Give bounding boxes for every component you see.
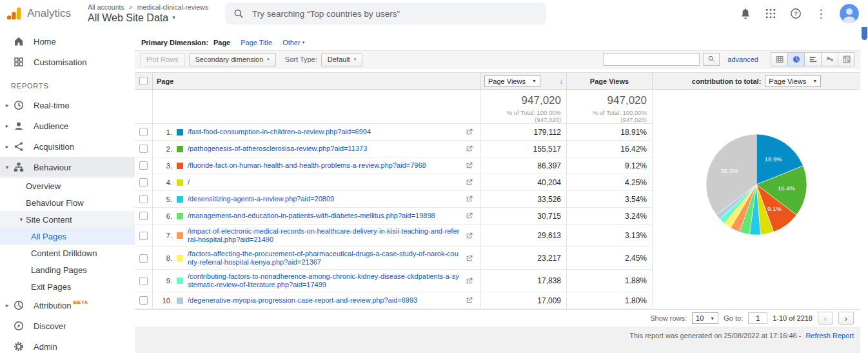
sidebar-item-site-content[interactable]: ▾Site Content: [0, 211, 135, 228]
row-checkbox[interactable]: [139, 145, 148, 153]
table-summary-row: 947,020 % of Total: 100.00% (947,020) 94…: [135, 90, 653, 124]
open-in-new-icon[interactable]: [465, 254, 473, 263]
page-link[interactable]: /pathogenesis-of-atherosclerosisa-review…: [188, 145, 460, 153]
sidebar-section-label: REPORTS: [0, 72, 135, 95]
row-checkbox[interactable]: [139, 277, 148, 285]
chevron-right-icon[interactable]: ▸: [3, 102, 12, 108]
chevron-down-icon[interactable]: ▾: [17, 216, 26, 223]
row-checkbox[interactable]: [139, 161, 148, 170]
breadcrumb-property[interactable]: medical-clinical-reviews: [137, 3, 208, 11]
open-in-new-icon[interactable]: [465, 178, 473, 187]
sidebar-item-admin[interactable]: Admin: [0, 336, 135, 353]
page-link[interactable]: /management-and-education-in-patients-wi…: [188, 212, 460, 220]
page-link[interactable]: /fast-food-consumption-in-children-a-rev…: [188, 128, 460, 136]
dimension-page-title[interactable]: Page Title: [241, 39, 272, 46]
row-checkbox[interactable]: [139, 212, 148, 220]
advanced-search-link[interactable]: advanced: [727, 55, 758, 63]
contribution-metric-select[interactable]: Page Views▼: [765, 76, 821, 87]
sidebar-item-landing-pages[interactable]: Landing Pages: [0, 261, 135, 278]
sidebar-item-content-drilldown[interactable]: Content Drilldown: [0, 245, 135, 261]
pivot-view-icon[interactable]: [838, 52, 855, 66]
chevron-right-icon[interactable]: ▸: [3, 143, 12, 150]
open-in-new-icon[interactable]: [465, 277, 473, 285]
page-link[interactable]: /impact-of-electronic-medical-records-on…: [188, 227, 460, 244]
page-column-header[interactable]: Page: [153, 73, 481, 89]
open-in-new-icon[interactable]: [465, 212, 473, 220]
chevron-right-icon[interactable]: ▸: [3, 123, 12, 129]
notifications-icon[interactable]: [739, 7, 752, 20]
sidebar-item-all-pages[interactable]: All Pages: [0, 228, 135, 245]
open-in-new-icon[interactable]: [465, 195, 473, 203]
refresh-report-link[interactable]: Refresh Report: [805, 332, 854, 339]
open-in-new-icon[interactable]: [465, 145, 473, 153]
prev-page-button[interactable]: ‹: [818, 312, 833, 325]
metric-column-select[interactable]: Page Views▼: [484, 76, 540, 87]
sidebar-item-exit-pages[interactable]: Exit Pages: [0, 278, 135, 295]
row-legend-swatch: [177, 298, 183, 304]
apps-grid-icon[interactable]: [764, 7, 777, 20]
open-in-new-icon[interactable]: [465, 128, 473, 136]
table-search-input[interactable]: [603, 53, 700, 66]
global-search[interactable]: [225, 3, 546, 25]
row-checkbox[interactable]: [139, 128, 148, 136]
sidebar-item-overview[interactable]: Overview: [0, 177, 135, 194]
sidebar-item-home[interactable]: Home: [0, 31, 135, 52]
page-link[interactable]: /desensitizing-agents-a-review.php?aid=2…: [188, 195, 460, 203]
goto-page-input[interactable]: [748, 312, 767, 324]
chevron-down-icon: ▾: [172, 15, 175, 21]
percentage-view-icon[interactable]: [787, 52, 805, 66]
select-all-checkbox[interactable]: [139, 77, 148, 85]
page-views-pct: 4.25%: [567, 174, 653, 190]
chevron-down-icon: ▾: [302, 40, 305, 45]
help-icon[interactable]: ?: [789, 7, 802, 20]
sort-descending-icon[interactable]: ↓: [559, 77, 563, 86]
open-in-new-icon[interactable]: [465, 161, 473, 170]
page-views-value: 40,204: [481, 174, 567, 190]
sidebar-item-acquisition[interactable]: ▸Acquisition: [0, 136, 135, 157]
next-page-button[interactable]: ›: [838, 312, 854, 325]
page-link[interactable]: /factors-affecting-the-procurement-of-ph…: [188, 250, 460, 267]
chevron-right-icon[interactable]: ▸: [3, 302, 12, 308]
sidebar-item-behaviour[interactable]: ▾Behaviour: [0, 157, 135, 177]
view-name[interactable]: All Web Site Data: [88, 13, 168, 23]
page-link[interactable]: /contributing-factors-to-nonadherence-am…: [188, 272, 460, 289]
row-checkbox[interactable]: [139, 232, 148, 240]
page-views-column-header[interactable]: Page Views: [567, 73, 653, 89]
account-selector[interactable]: All accounts > medical-clinical-reviews …: [88, 4, 208, 23]
row-checkbox[interactable]: [139, 296, 148, 305]
contribution-pie-chart[interactable]: 18.9%16.4%9.1%35.3%: [695, 123, 818, 246]
table-search-button[interactable]: [703, 53, 720, 66]
page-link[interactable]: /fluoride-fact-on-human-health-and-healt…: [188, 161, 460, 170]
avatar[interactable]: [840, 4, 859, 23]
dimension-page[interactable]: Page: [213, 39, 230, 46]
sidebar-item-behaviour-flow[interactable]: Behaviour Flow: [0, 194, 135, 211]
plot-rows-button[interactable]: Plot Rows: [140, 53, 185, 66]
analytics-logo-icon[interactable]: [6, 6, 22, 21]
performance-view-icon[interactable]: [804, 52, 822, 66]
secondary-dimension-button[interactable]: Secondary dimension▾: [189, 53, 276, 66]
show-rows-select[interactable]: 10▼: [692, 312, 718, 324]
sidebar-item-audience[interactable]: ▸Audience: [0, 116, 135, 136]
comparison-view-icon[interactable]: [821, 52, 838, 66]
dimension-other[interactable]: Other▾: [282, 39, 304, 46]
open-in-new-icon[interactable]: [465, 296, 473, 305]
scrollbar[interactable]: [860, 0, 868, 353]
row-checkbox[interactable]: [139, 195, 148, 203]
sidebar-item-attribution[interactable]: ▸AttributionBETA: [0, 295, 135, 316]
table-view-icon[interactable]: [771, 52, 788, 66]
sort-type-button[interactable]: Default▾: [321, 53, 362, 66]
page-link[interactable]: /: [188, 178, 460, 187]
page-link[interactable]: /degenerative-myopia-progression-case-re…: [188, 296, 460, 305]
row-checkbox[interactable]: [139, 178, 148, 187]
breadcrumb-account[interactable]: All accounts: [88, 3, 124, 11]
row-checkbox[interactable]: [139, 254, 148, 263]
sidebar-item-real-time[interactable]: ▸Real-time: [0, 95, 135, 116]
more-vert-icon[interactable]: ⋮: [814, 7, 827, 20]
sidebar-item-discover[interactable]: Discover: [0, 316, 135, 336]
chevron-down-icon[interactable]: ▾: [3, 164, 12, 170]
search-input[interactable]: [252, 9, 538, 19]
chevron-down-icon: ▾: [267, 57, 270, 62]
page-cell: 6./management-and-education-in-patients-…: [153, 208, 481, 224]
sidebar-item-customisation[interactable]: Customisation: [0, 52, 135, 72]
open-in-new-icon[interactable]: [465, 232, 473, 240]
